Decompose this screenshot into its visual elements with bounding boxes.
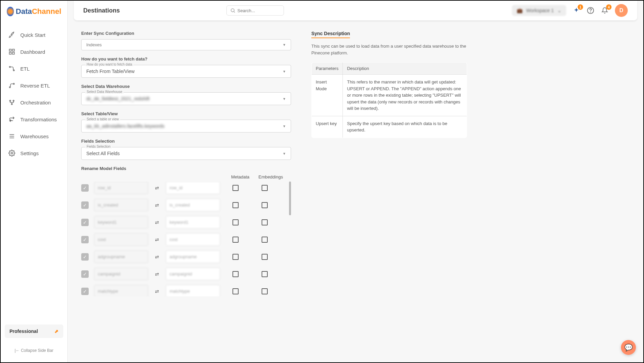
source-field[interactable]: matchtype (94, 285, 148, 296)
search-icon (230, 8, 236, 13)
target-field[interactable]: matchtype (166, 285, 220, 296)
chevron-down-icon: ▼ (283, 97, 286, 101)
svg-point-10 (11, 103, 12, 104)
row-checkbox[interactable]: ✓ (81, 201, 89, 209)
row-checkbox[interactable]: ✓ (81, 253, 89, 261)
fetch-float-label: How do you want to fetch data (85, 63, 134, 66)
svg-rect-2 (9, 52, 12, 54)
embeddings-checkbox[interactable] (262, 202, 268, 208)
metadata-checkbox[interactable] (232, 271, 239, 277)
sidebar-item-warehouses[interactable]: Warehouses (1, 128, 67, 145)
row-checkbox[interactable]: ✓ (81, 288, 89, 295)
transform-icon (8, 116, 16, 123)
svg-point-15 (231, 9, 234, 12)
indexes-select[interactable]: Indexes ▼ (81, 39, 291, 50)
sidebar-item-reverse-etl[interactable]: Reverse ETL (1, 77, 67, 94)
collapse-sidebar-button[interactable]: |← Collapse Side Bar (5, 348, 63, 356)
fields-float-label: Fields Selection (85, 145, 112, 148)
fields-select[interactable]: Select All Fields ▼ (81, 147, 291, 160)
avatar[interactable]: D (615, 4, 628, 17)
gear-icon (8, 149, 16, 157)
swap-icon: ⇄ (154, 237, 160, 242)
source-field[interactable]: campaignid (94, 268, 148, 280)
help-button[interactable] (586, 6, 595, 15)
param-name: Insert Mode (312, 75, 343, 116)
embeddings-checkbox[interactable] (262, 219, 268, 225)
target-field[interactable]: campaignid (166, 268, 220, 280)
sidebar-item-orchestration[interactable]: Orchestration (1, 94, 67, 111)
target-field[interactable]: is_created (166, 199, 220, 211)
row-checkbox[interactable]: ✓ (81, 236, 89, 243)
swap-icon: ⇄ (154, 185, 160, 191)
dw-label: Select Data Warehouse (81, 84, 291, 89)
search-box[interactable] (226, 5, 284, 16)
svg-point-8 (9, 100, 10, 101)
search-input[interactable] (238, 8, 280, 13)
workspace-selector[interactable]: 💼 Workspace 1 ⌄ (512, 5, 566, 16)
param-desc: This refers to the manner in which data … (343, 75, 467, 116)
svg-point-6 (13, 83, 14, 84)
topbar: Destinations 💼 Workspace 1 ⌄ 1 (74, 1, 637, 21)
metadata-checkbox[interactable] (232, 254, 239, 260)
embeddings-checkbox[interactable] (262, 237, 268, 243)
page-title: Destinations (83, 7, 120, 14)
svg-rect-3 (13, 52, 15, 54)
sidebar-item-quickstart[interactable]: Quick Start (1, 26, 67, 43)
chevron-down-icon: ▼ (283, 152, 286, 155)
metadata-checkbox[interactable] (232, 219, 239, 225)
field-row: ✓row_id⇄row_id (81, 182, 287, 194)
metadata-checkbox[interactable] (232, 288, 239, 294)
row-checkbox[interactable]: ✓ (81, 270, 89, 278)
source-field[interactable]: row_id (94, 182, 148, 194)
param-row: Upsert keySpecify the upsert key based o… (312, 116, 467, 138)
sidebar-item-label: ETL (20, 66, 30, 72)
sidebar-item-label: Settings (20, 150, 39, 156)
sidebar-item-settings[interactable]: Settings (1, 145, 67, 162)
source-field[interactable]: keyword1 (94, 216, 148, 228)
target-field[interactable]: cost (166, 233, 220, 246)
embeddings-checkbox[interactable] (262, 185, 268, 191)
plan-badge[interactable]: Professional ⬈ (5, 324, 63, 338)
row-checkbox[interactable]: ✓ (81, 219, 89, 226)
metadata-header: Metadata (230, 174, 250, 179)
table-select[interactable]: aa_kb_adinstallers.facelifts.keywords ▼ (81, 120, 291, 132)
fetch-label: How do you want to fetch data? (81, 56, 291, 62)
target-field[interactable]: keyword1 (166, 216, 220, 228)
sparkle-button[interactable]: 1 (572, 6, 580, 15)
avatar-initial: D (619, 7, 623, 14)
sparkle-badge: 1 (578, 4, 583, 10)
chevron-down-icon: ▼ (283, 70, 286, 73)
row-checkbox[interactable]: ✓ (81, 184, 89, 192)
sidebar-item-label: Reverse ETL (20, 83, 50, 89)
fetch-select[interactable]: Fetch From Table/View ▼ (81, 65, 291, 78)
scrollbar[interactable] (289, 182, 291, 215)
target-field[interactable]: adgroupname (166, 250, 220, 263)
metadata-checkbox[interactable] (232, 237, 239, 243)
embeddings-checkbox[interactable] (262, 288, 268, 294)
chat-fab[interactable]: 💬 (621, 340, 636, 355)
svg-point-9 (13, 100, 14, 101)
embeddings-checkbox[interactable] (262, 271, 268, 277)
metadata-checkbox[interactable] (232, 185, 239, 191)
sidebar-item-label: Transformations (20, 117, 57, 122)
logo-text-2: Channel (32, 7, 61, 16)
sidebar-item-etl[interactable]: ETL (1, 60, 67, 77)
param-table: Parameters Description Insert ModeThis r… (311, 62, 467, 138)
bell-button[interactable]: 4 (601, 6, 609, 15)
svg-point-18 (591, 12, 591, 12)
sidebar-item-dashboard[interactable]: Dashboard (1, 43, 67, 60)
dw-select[interactable]: dc_de_fieldtest_2021_redshift ▼ (81, 92, 291, 105)
sidebar-item-transformations[interactable]: Transformations (1, 111, 67, 128)
fields-label: Fields Selection (81, 139, 291, 144)
embeddings-checkbox[interactable] (262, 254, 268, 260)
flow-icon (8, 65, 16, 72)
sidebar-item-label: Orchestration (20, 100, 51, 105)
source-field[interactable]: is_created (94, 199, 148, 211)
nodes-icon (8, 99, 16, 106)
fetch-value: Fetch From Table/View (86, 69, 135, 74)
source-field[interactable]: cost (94, 233, 148, 246)
target-field[interactable]: row_id (166, 182, 220, 194)
logo-text-1: Data (16, 7, 32, 16)
metadata-checkbox[interactable] (232, 202, 239, 208)
source-field[interactable]: adgroupname (94, 250, 148, 263)
